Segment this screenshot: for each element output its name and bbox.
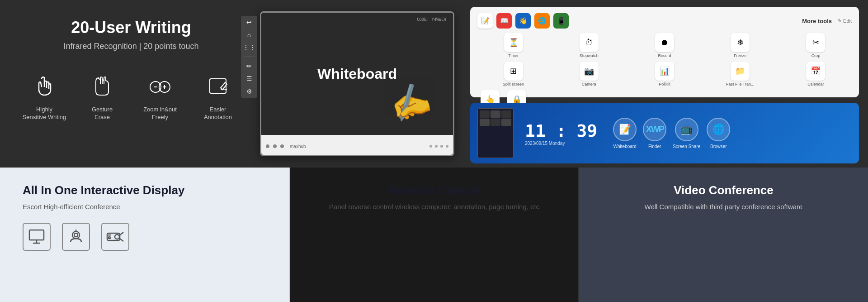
tool-fast-file: 📁 Fast File Tran... [704,62,776,86]
webcam-icon [62,223,90,251]
nav-home[interactable]: ⌂ [247,31,251,38]
bottom-icon-webcam [62,223,90,251]
app-welcome[interactable]: 👋 [515,13,531,29]
lock-time-display: 11 : 39 [525,121,597,141]
hand-writing-illustration: ✍️ [384,77,436,127]
crop-icon[interactable]: ✂ [806,33,825,52]
svg-rect-8 [210,79,226,93]
svg-point-14 [74,233,78,237]
lock-wb-label: Whiteboard [613,144,637,149]
feature-zoom: Zoom in&outFreely [137,72,183,121]
subtitle: Infrared Recognition | 20 points touch [64,42,199,51]
bottom-col-all-in-one: All In One Interactive Display Escort Hi… [0,168,289,302]
wb-controls [429,145,448,148]
lock-app-whiteboard: 📝 Whiteboard [613,118,637,149]
pollkit-icon[interactable]: 📊 [655,62,674,81]
timer-icon[interactable]: ⏳ [504,33,523,52]
nav-divider [244,57,255,57]
record-label: Record [658,53,671,58]
left-panel: 20-User Writing Infrared Recognition | 2… [0,0,253,168]
video-subtitle: Well Compatible with third party confere… [645,202,803,211]
tools-row-2: ⊞ Split screen 📷 Camera 📊 PollKit 📁 Fast… [477,62,852,86]
wb-dot-1 [266,144,269,148]
app-introduction[interactable]: 📖 [496,13,512,29]
timer-label: Timer [508,53,519,58]
lock-finder-label: Finder [648,144,661,149]
svg-rect-10 [29,230,44,240]
wb-ctrl-3 [440,145,443,148]
app-more[interactable]: 📱 [553,13,569,29]
freeze-label: Freeze [734,53,746,58]
tools-header: 📝 📖 👋 🌐 📱 More tools ✎ Edit [477,13,852,29]
tools-row-1: ⏳ Timer ⏱ Stopwatch ⏺ Record ❄ Freeze ✂ [477,33,852,58]
wb-dot-2 [273,144,277,148]
all-in-one-icons [23,223,129,251]
camera-icon[interactable]: 📷 [580,62,599,81]
lock-wb-icon[interactable]: 📝 [613,118,637,141]
edit-button[interactable]: ✎ Edit [838,18,852,24]
wb-dot-3 [280,144,284,148]
whiteboard-code: CODE: Y4WWCH [417,17,446,22]
nav-pen[interactable]: ✏ [246,62,252,70]
calendar-icon[interactable]: 📅 [806,62,825,81]
lock-apps: 📝 Whiteboard XWP Finder 📺 Screen Share 🌐… [613,118,730,149]
all-in-one-title: All In One Interactive Display [23,183,184,197]
lock-share-icon[interactable]: 📺 [675,118,698,141]
lock-app-screen-share: 📺 Screen Share [673,118,700,149]
split-screen-label: Split screen [503,82,524,86]
feature-highly-sensitive: HighlySensitive Writing [22,72,67,121]
all-in-one-subtitle: Escort High-efficient Conference [23,202,120,211]
tools-panel: 📝 📖 👋 🌐 📱 More tools ✎ Edit ⏳ Timer [470,7,859,97]
more-tools-title: More tools [802,18,832,24]
zoom-icon [147,74,173,100]
display-icon [23,223,51,251]
tool-record: ⏺ Record [628,33,700,58]
more-tools-title-area: More tools ✎ Edit [802,18,852,24]
crop-label: Crop [811,53,821,58]
lock-finder-icon[interactable]: XWP [643,118,666,141]
lock-share-label: Screen Share [673,144,700,149]
annotation-icon-box [203,72,233,102]
svg-point-17 [115,235,119,239]
stopwatch-label: Stopwatch [580,53,599,58]
tool-pollkit: 📊 PollKit [628,62,700,86]
gesture-erase-label: GestureErase [92,106,113,121]
webcam-svg [68,229,84,245]
center-panel: ↩ ⌂ ⋮⋮ ✏ ☰ ⚙ CODE: Y4WWCH Whiteboard ✍️ [253,0,461,168]
split-screen-icon[interactable]: ⊞ [504,62,523,81]
monitor-svg [28,229,45,245]
hand-touch-icon-box [29,72,60,102]
freeze-icon[interactable]: ❄ [731,33,750,52]
bottom-col-reverse: Reverse Control Panel reverse control wi… [290,168,579,302]
feature-icons-row: HighlySensitive Writing GestureErase [22,72,241,121]
app-icons-row: 📝 📖 👋 🌐 📱 [477,13,569,29]
mini-screen-thumbnail [477,108,514,158]
app-browser[interactable]: 🌐 [534,13,550,29]
nav-menu[interactable]: ☰ [246,75,252,82]
whiteboard-side-nav: ↩ ⌂ ⋮⋮ ✏ ☰ ⚙ [241,16,257,98]
pollkit-label: PollKit [659,82,670,86]
app-whiteboard[interactable]: 📝 [477,13,493,29]
nav-apps[interactable]: ⋮⋮ [243,44,255,51]
bottom-section: All In One Interactive Display Escort Hi… [0,168,868,302]
stopwatch-icon[interactable]: ⏱ [580,33,599,52]
lock-app-browser: 🌐 Browser [707,118,730,149]
nav-settings[interactable]: ⚙ [246,88,252,95]
lock-date-display: 2023/09/15 Monday [525,141,597,146]
main-title: 20-User Writing [71,18,191,37]
lock-time-area: 11 : 39 2023/09/15 Monday [525,121,597,146]
nav-back[interactable]: ↩ [246,19,252,26]
wb-ctrl-1 [429,145,432,148]
wb-ctrl-2 [435,145,438,148]
fast-file-icon[interactable]: 📁 [731,62,750,81]
glove-icon [90,74,115,100]
annotation-icon [205,74,231,100]
lock-browser-icon[interactable]: 🌐 [707,118,730,141]
record-icon[interactable]: ⏺ [655,33,674,52]
video-title: Video Conference [674,183,774,197]
reverse-title: Reverse Control [389,183,480,197]
zoom-label: Zoom in&outFreely [143,106,177,121]
feature-annotation: EasierAnnotation [195,72,241,121]
wb-ctrl-4 [446,145,448,148]
highly-sensitive-label: HighlySensitive Writing [23,106,66,121]
